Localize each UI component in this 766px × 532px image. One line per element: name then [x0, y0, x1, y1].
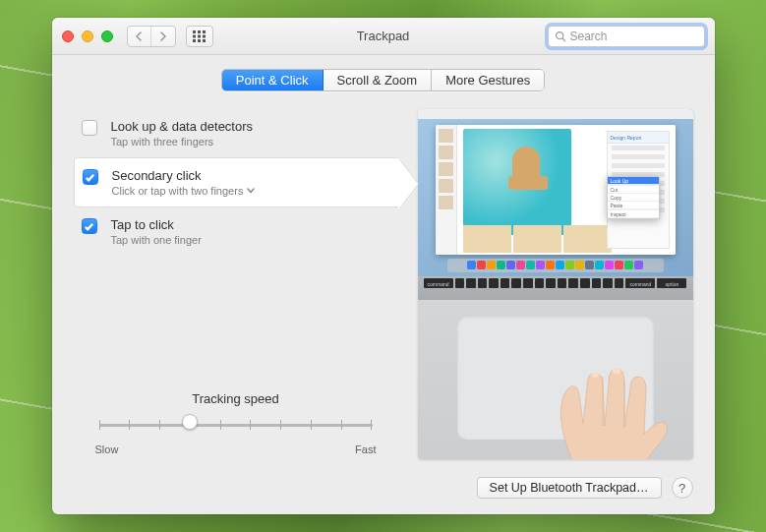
- titlebar: Trackpad Search: [52, 18, 715, 55]
- option-row[interactable]: Secondary clickClick or tap with two fin…: [74, 157, 398, 207]
- tracking-speed-slider[interactable]: [99, 414, 373, 438]
- svg-rect-3: [193, 34, 196, 37]
- option-title: Secondary click: [112, 168, 386, 183]
- svg-rect-6: [193, 39, 196, 42]
- search-placeholder: Search: [570, 30, 608, 43]
- slider-knob[interactable]: [182, 414, 198, 430]
- minimize-window-button[interactable]: [82, 30, 93, 42]
- help-button[interactable]: ?: [672, 477, 693, 499]
- option-title: Tap to click: [111, 217, 386, 232]
- tab-more-gestures[interactable]: More Gestures: [432, 70, 544, 90]
- tab-point-click[interactable]: Point & Click: [222, 70, 324, 90]
- chevron-down-icon: [247, 186, 255, 196]
- preferences-window: Trackpad Search Point & ClickScroll & Zo…: [52, 18, 715, 514]
- tracking-speed-label: Tracking speed: [93, 391, 379, 406]
- svg-rect-4: [198, 34, 201, 37]
- svg-rect-5: [203, 34, 206, 37]
- svg-rect-1: [198, 30, 201, 33]
- svg-rect-0: [193, 30, 196, 33]
- svg-point-12: [613, 368, 620, 374]
- svg-point-11: [591, 372, 599, 378]
- options-list: Look up & data detectorsTap with three f…: [74, 109, 398, 256]
- svg-rect-7: [198, 39, 201, 42]
- option-title: Look up & data detectors: [111, 119, 386, 134]
- tab-scroll-zoom[interactable]: Scroll & Zoom: [324, 70, 433, 90]
- option-row[interactable]: Look up & data detectorsTap with three f…: [74, 109, 398, 157]
- zoom-window-button[interactable]: [101, 30, 113, 42]
- window-controls: [62, 30, 113, 42]
- search-field[interactable]: Search: [548, 26, 705, 47]
- checkbox[interactable]: [82, 218, 97, 234]
- forward-button[interactable]: [151, 27, 175, 46]
- close-window-button[interactable]: [62, 30, 74, 42]
- gesture-preview: Design Report Look UpCutCopyPasteInspect…: [418, 109, 693, 459]
- grid-icon: [193, 30, 206, 42]
- option-subtitle: Tap with one finger: [111, 234, 386, 246]
- svg-rect-8: [203, 39, 206, 42]
- option-row[interactable]: Tap to clickTap with one finger: [74, 207, 398, 256]
- search-icon: [555, 30, 566, 42]
- svg-line-10: [561, 37, 564, 40]
- option-subtitle[interactable]: Click or tap with two fingers: [112, 185, 386, 197]
- checkbox[interactable]: [83, 169, 98, 185]
- slider-max-label: Fast: [355, 443, 376, 455]
- setup-bluetooth-button[interactable]: Set Up Bluetooth Trackpad…: [477, 477, 662, 499]
- show-all-button[interactable]: [186, 26, 213, 47]
- option-subtitle: Tap with three fingers: [111, 136, 386, 148]
- tabs: Point & ClickScroll & ZoomMore Gestures: [221, 69, 545, 91]
- slider-min-label: Slow: [95, 443, 119, 455]
- back-button[interactable]: [128, 27, 151, 46]
- hand-illustration: [528, 335, 676, 459]
- svg-rect-2: [203, 30, 206, 33]
- checkbox[interactable]: [82, 120, 97, 136]
- nav-back-forward: [127, 26, 176, 47]
- tracking-speed-section: Tracking speed Slow Fast: [74, 346, 398, 459]
